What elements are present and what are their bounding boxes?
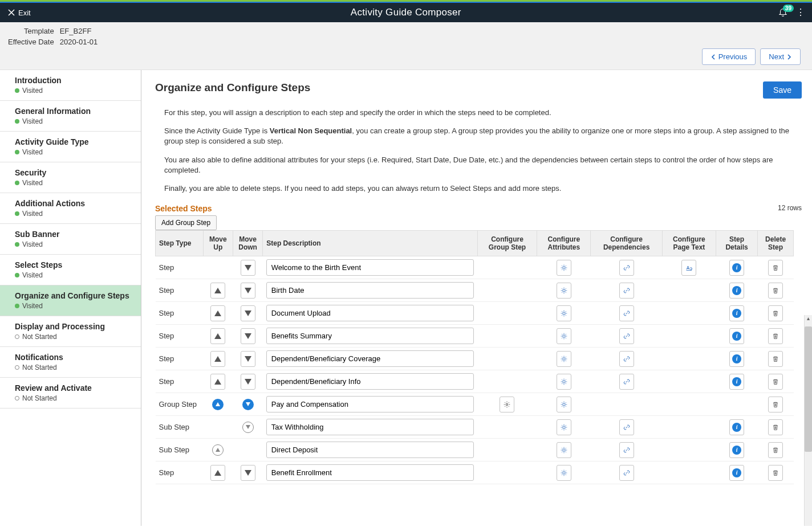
delete-step-button[interactable] (768, 374, 783, 390)
configure-attributes-button[interactable] (557, 260, 571, 276)
sidebar-item[interactable]: Display and ProcessingNot Started (0, 316, 141, 347)
configure-dependencies-button[interactable] (619, 328, 634, 344)
delete-step-button[interactable] (768, 419, 783, 435)
move-arrow-button[interactable] (210, 328, 225, 344)
sidebar-item-title: Review and Activate (15, 383, 135, 393)
move-up-sub-button[interactable] (212, 444, 224, 456)
configure-attributes-button[interactable] (557, 351, 571, 367)
cell-desc (263, 279, 477, 302)
next-button[interactable]: Next (760, 48, 801, 65)
configure-group-step-button[interactable] (500, 397, 514, 412)
configure-attributes-button[interactable] (557, 419, 571, 435)
step-description-input[interactable] (266, 305, 474, 321)
cell-move-up (203, 393, 233, 416)
configure-attributes-button[interactable] (557, 305, 571, 321)
configure-attributes-button[interactable] (557, 442, 571, 458)
sidebar-item[interactable]: Review and ActivateNot Started (0, 378, 141, 408)
configure-dependencies-button[interactable] (619, 419, 634, 435)
vertical-scrollbar[interactable]: ▴ (804, 315, 812, 526)
move-arrow-button[interactable] (241, 465, 255, 481)
configure-dependencies-button[interactable] (619, 351, 634, 367)
exit-button[interactable]: Exit (5, 6, 34, 19)
step-description-input[interactable] (266, 442, 474, 458)
delete-step-button[interactable] (768, 305, 783, 321)
step-description-input[interactable] (266, 350, 474, 367)
move-arrow-button[interactable] (210, 351, 225, 367)
sidebar-item-status: Not Started (15, 333, 135, 341)
previous-button[interactable]: Previous (702, 48, 756, 65)
configure-dependencies-button[interactable] (619, 442, 634, 458)
move-arrow-button[interactable] (241, 328, 255, 344)
configure-dependencies-button[interactable] (619, 283, 634, 299)
scroll-thumb[interactable] (805, 326, 812, 452)
step-details-button[interactable]: i (729, 465, 744, 481)
save-button[interactable]: Save (763, 81, 802, 99)
step-description-input[interactable] (266, 373, 474, 390)
delete-step-button[interactable] (768, 283, 783, 299)
step-details-button[interactable]: i (729, 328, 744, 344)
delete-step-button[interactable] (768, 351, 783, 367)
step-details-button[interactable]: i (729, 260, 744, 276)
move-arrow-button[interactable] (241, 374, 255, 390)
configure-dependencies-button[interactable] (619, 465, 634, 481)
move-arrow-button[interactable] (210, 374, 225, 390)
sidebar-item[interactable]: Organize and Configure StepsVisited (0, 285, 141, 316)
cell-conf-attr (537, 461, 591, 484)
sidebar-item[interactable]: Select StepsVisited (0, 255, 141, 285)
step-description-input[interactable] (266, 328, 474, 344)
cell-conf-attr (537, 370, 591, 393)
step-description-input[interactable] (266, 396, 474, 412)
sidebar-item[interactable]: IntroductionVisited (0, 70, 141, 101)
move-arrow-button[interactable] (210, 283, 225, 299)
cell-desc (263, 461, 477, 484)
sidebar-item[interactable]: NotificationsNot Started (0, 347, 141, 378)
sidebar-item[interactable]: Activity Guide TypeVisited (0, 132, 141, 162)
delete-step-button[interactable] (768, 397, 783, 412)
notifications-button[interactable]: 39 (778, 7, 788, 19)
move-arrow-button[interactable] (241, 351, 255, 367)
step-details-button[interactable]: i (729, 283, 744, 299)
kebab-menu-icon[interactable]: ⋮ (794, 8, 807, 17)
configure-page-text-button[interactable] (681, 260, 696, 276)
move-down-sub-button[interactable] (242, 422, 254, 433)
configure-dependencies-button[interactable] (619, 260, 634, 276)
sidebar-item[interactable]: Additional ActionsVisited (0, 193, 141, 224)
configure-attributes-button[interactable] (557, 374, 571, 390)
configure-dependencies-button[interactable] (619, 374, 634, 390)
step-details-button[interactable]: i (729, 419, 744, 435)
step-details-button[interactable]: i (729, 374, 744, 390)
sidebar-item[interactable]: General InformationVisited (0, 101, 141, 132)
delete-step-button[interactable] (768, 442, 783, 458)
delete-step-button[interactable] (768, 465, 783, 481)
configure-attributes-button[interactable] (557, 328, 571, 344)
steps-table: Step Type Move Up Move Down Step Descrip… (155, 230, 794, 484)
sidebar-item[interactable]: Sub BannerVisited (0, 224, 141, 255)
step-description-input[interactable] (266, 282, 474, 299)
move-down-group-button[interactable] (242, 399, 254, 410)
main-content: Organize and Configure Steps Save For th… (141, 70, 812, 526)
move-up-group-button[interactable] (212, 399, 224, 410)
move-arrow-button[interactable] (210, 305, 225, 321)
configure-dependencies-button[interactable] (619, 305, 634, 321)
configure-attributes-button[interactable] (557, 397, 571, 412)
cell-details: i (716, 416, 757, 439)
step-details-button[interactable]: i (729, 442, 744, 458)
move-arrow-button[interactable] (210, 465, 225, 481)
delete-step-button[interactable] (768, 260, 783, 276)
delete-step-button[interactable] (768, 328, 783, 344)
step-details-button[interactable]: i (729, 305, 744, 321)
step-details-button[interactable]: i (729, 351, 744, 367)
step-description-input[interactable] (266, 464, 474, 481)
configure-attributes-button[interactable] (557, 283, 571, 299)
move-arrow-button[interactable] (241, 305, 255, 321)
step-description-input[interactable] (266, 259, 474, 276)
info-icon: i (732, 377, 741, 386)
move-arrow-button[interactable] (241, 283, 255, 299)
configure-attributes-button[interactable] (557, 465, 571, 481)
add-group-step-button[interactable]: Add Group Step (155, 215, 217, 230)
table-row: Stepi (156, 370, 794, 393)
scroll-up-arrow[interactable]: ▴ (805, 315, 812, 323)
step-description-input[interactable] (266, 419, 474, 435)
sidebar-item[interactable]: SecurityVisited (0, 162, 141, 193)
move-arrow-button[interactable] (241, 260, 255, 276)
